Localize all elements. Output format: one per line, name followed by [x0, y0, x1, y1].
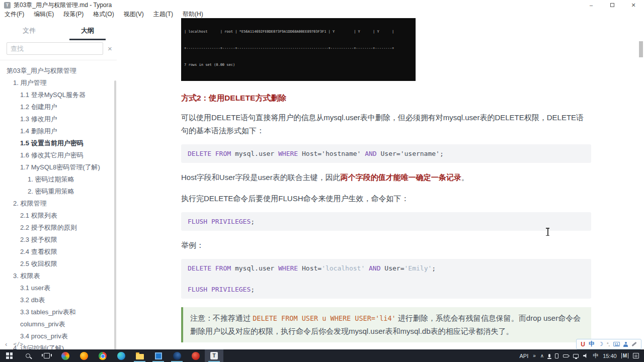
- firefox-icon: [80, 352, 88, 360]
- outline-item[interactable]: 2.2 授予权限的原则: [0, 222, 117, 234]
- outline-item[interactable]: 2.5 收回权限: [0, 258, 117, 270]
- outline-item[interactable]: 1. 用户管理: [0, 77, 117, 89]
- usb-device-icon[interactable]: [555, 353, 558, 358]
- red-app-icon: [192, 352, 200, 360]
- menu-theme[interactable]: 主题(T): [153, 10, 173, 19]
- note-block: 注意：不推荐通过 DELETE FROM USER u WHERE USER='…: [181, 307, 591, 342]
- battery-icon[interactable]: [563, 354, 569, 357]
- content-scrollbar-thumb[interactable]: [639, 41, 643, 57]
- pinwheel-browser-icon: [61, 352, 69, 360]
- ime-toolbar: U 中 ☽ °,: [576, 339, 641, 349]
- file-explorer-icon: [136, 354, 144, 359]
- maximize-icon: [610, 3, 614, 7]
- taskbar-app-typora-active[interactable]: T: [205, 349, 223, 362]
- network-display-icon[interactable]: [573, 354, 579, 358]
- show-hidden-icons[interactable]: ∧: [540, 353, 544, 358]
- input-m-badge-icon[interactable]: M: [621, 353, 628, 358]
- outline-item[interactable]: 1.7 MySQL8密码管理(了解): [0, 161, 117, 173]
- source-code-mode-icon[interactable]: </>: [13, 341, 23, 347]
- outline-item[interactable]: 1.1 登录MySQL服务器: [0, 89, 117, 101]
- outline-item[interactable]: 1.3 修改用户: [0, 113, 117, 125]
- terminal-screenshot: | localhost | root | *E56A114692FE0DE073…: [181, 18, 416, 81]
- start-button[interactable]: [0, 349, 19, 362]
- tray-overflow-icon[interactable]: »: [533, 353, 536, 358]
- ime-punctuation-icon[interactable]: °,: [607, 342, 610, 347]
- taskbar-app-red[interactable]: [186, 349, 205, 362]
- outline-list: 第03章_用户与权限管理 1. 用户管理 1.1 登录MySQL服务器 1.2 …: [0, 60, 117, 354]
- sidebar-collapse-icon[interactable]: ‹: [5, 340, 7, 348]
- microphone-icon[interactable]: [548, 354, 550, 357]
- task-view-icon: [44, 353, 50, 358]
- tab-files[interactable]: 文件: [0, 22, 58, 40]
- code-block-example[interactable]: DELETE FROM mysql.user WHERE Host='local…: [181, 259, 591, 299]
- outline-item[interactable]: 2. 权限管理: [0, 198, 117, 210]
- taskbar-app-chrome[interactable]: [93, 349, 112, 362]
- menu-view[interactable]: 视图(V): [124, 10, 144, 19]
- outline-item[interactable]: 3.2 db表: [0, 294, 117, 306]
- taskbar-app-swoosh[interactable]: [168, 349, 186, 362]
- taskbar-app-explorer[interactable]: [130, 349, 149, 362]
- code-block-delete-syntax[interactable]: DELETE FROM mysql.user WHERE Host='hostn…: [181, 144, 591, 163]
- taskbar-app-pinwheel[interactable]: [56, 349, 74, 362]
- outline-item[interactable]: 2.1 权限列表: [0, 210, 117, 222]
- ime-fullwidth-icon[interactable]: ☽: [598, 341, 603, 347]
- document-pane[interactable]: | localhost | root | *E56A114692FE0DE073…: [117, 18, 644, 349]
- ime-mode-indicator[interactable]: 中: [593, 352, 598, 359]
- code-line-blank: [188, 274, 585, 284]
- menu-file[interactable]: 文件(F): [5, 10, 24, 19]
- outline-item-current[interactable]: 1.5 设置当前用户密码: [0, 137, 117, 149]
- code-line: DELETE FROM mysql.user WHERE Host='local…: [188, 263, 585, 274]
- search-icon: [26, 353, 30, 358]
- ime-chinese-mode-icon[interactable]: 中: [589, 340, 595, 348]
- notification-center-icon[interactable]: [633, 353, 639, 358]
- clock[interactable]: 15:40: [603, 353, 617, 359]
- menu-edit[interactable]: 编辑(E): [34, 10, 54, 19]
- speaker-icon[interactable]: [583, 353, 588, 358]
- text-cursor: [545, 228, 550, 236]
- ime-keyboard-icon[interactable]: [613, 342, 620, 346]
- tray-api-label[interactable]: API: [520, 353, 529, 359]
- sidebar-scrollbar-thumb[interactable]: [114, 80, 116, 350]
- menu-bar: 文件(F) 编辑(E) 段落(P) 格式(O) 视图(V) 主题(T) 帮助(H…: [0, 10, 644, 18]
- outline-item[interactable]: 3. 权限表: [0, 270, 117, 282]
- task-view-button[interactable]: [37, 349, 56, 362]
- editor-footer: ‹ </>: [5, 340, 23, 348]
- code-block-flush[interactable]: FLUSH PRIVILEGES;: [181, 212, 591, 231]
- taskbar-app-edge[interactable]: [112, 349, 130, 362]
- clear-search-icon[interactable]: ×: [108, 45, 112, 52]
- tab-outline[interactable]: 大纲: [58, 22, 117, 40]
- heading-way2: 方式2：使用DELETE方式删除: [181, 93, 591, 103]
- swoosh-app-icon: [173, 352, 181, 360]
- outline-item[interactable]: 1. 密码过期策略: [0, 173, 117, 186]
- search-input[interactable]: [7, 42, 103, 55]
- terminal-footer: 7 rows in set (0.00 sec): [184, 62, 413, 68]
- outline-item[interactable]: 1.6 修改其它用户密码: [0, 149, 117, 161]
- code-line: DELETE FROM mysql.user WHERE Host='hostn…: [188, 148, 585, 159]
- maximize-button[interactable]: [602, 0, 623, 10]
- taskbar-app-firefox[interactable]: [74, 349, 93, 362]
- outline-item[interactable]: 2.4 查看权限: [0, 246, 117, 258]
- system-tray: API » ∧ 中 15:40 M: [520, 349, 644, 362]
- terminal-separator: +----------------+------+---------------…: [184, 46, 413, 51]
- window-title: 第03章_用户与权限管理.md - Typora: [14, 1, 112, 10]
- menu-paragraph[interactable]: 段落(P): [63, 10, 84, 19]
- outline-item[interactable]: 第03章_用户与权限管理: [0, 65, 117, 77]
- taskbar-search-button[interactable]: [19, 349, 37, 362]
- active-tab-underline: [69, 39, 106, 40]
- outline-item[interactable]: 2.3 授予权限: [0, 234, 117, 246]
- outline-item[interactable]: 2. 密码重用策略: [0, 186, 117, 198]
- ime-u-mode-icon[interactable]: U: [581, 341, 585, 348]
- close-button[interactable]: ✕: [623, 0, 644, 10]
- outline-item[interactable]: 3.1 user表: [0, 282, 117, 294]
- taskbar-app-remote[interactable]: [149, 349, 168, 362]
- ime-settings-icon[interactable]: [631, 342, 636, 346]
- outline-item[interactable]: 1.2 创建用户: [0, 101, 117, 113]
- outline-item[interactable]: 1.4 删除用户: [0, 125, 117, 137]
- outline-item[interactable]: 3.3 tables_priv表和columns_priv表: [0, 306, 117, 330]
- ime-account-icon[interactable]: [623, 342, 628, 347]
- menu-format[interactable]: 格式(O): [93, 10, 114, 19]
- minimize-button[interactable]: –: [581, 0, 602, 10]
- menu-help[interactable]: 帮助(H): [183, 10, 203, 19]
- paragraph-example: 举例：: [181, 239, 591, 252]
- sidebar-tabs: 文件 大纲: [0, 22, 117, 40]
